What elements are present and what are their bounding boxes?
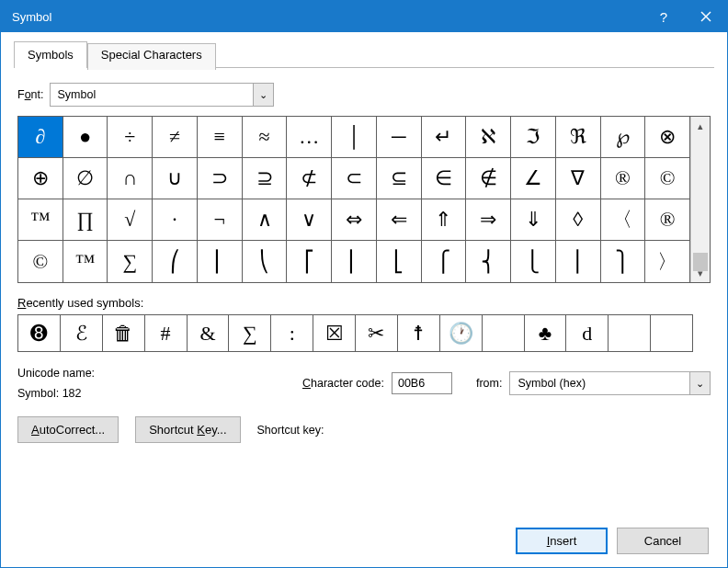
scroll-up-icon[interactable]: ▴ — [691, 117, 710, 135]
chevron-down-icon[interactable]: ⌄ — [253, 84, 273, 106]
symbol-cell[interactable]: ∅ — [63, 158, 108, 199]
shortcut-key-button[interactable]: Shortcut Key... — [135, 416, 240, 443]
tab-strip: Symbols Special Characters — [14, 41, 714, 68]
symbol-cell[interactable]: ≡ — [198, 117, 243, 158]
symbol-cell[interactable]: ◊ — [556, 199, 601, 241]
symbol-cell[interactable]: ⎛ — [153, 241, 198, 282]
close-button[interactable] — [685, 1, 727, 32]
symbol-cell[interactable]: ≠ — [153, 117, 198, 158]
from-dropdown[interactable]: Symbol (hex) ⌄ — [509, 371, 711, 395]
symbol-cell[interactable]: ⎣ — [377, 241, 422, 282]
help-button[interactable]: ? — [643, 1, 685, 32]
symbol-cell[interactable]: ⊂ — [332, 158, 377, 199]
symbol-cell[interactable]: ¬ — [198, 199, 243, 241]
autocorrect-button[interactable]: AutoCorrect... — [17, 416, 119, 443]
font-dropdown[interactable]: Symbol ⌄ — [50, 83, 274, 107]
recent-symbol-cell[interactable]: ℰ — [61, 315, 103, 352]
symbol-cell[interactable]: ≈ — [243, 117, 288, 158]
unicode-name-label: Unicode name: — [17, 367, 293, 380]
symbol-cell[interactable]: ● — [63, 117, 108, 158]
symbol-cell[interactable]: ℜ — [556, 117, 601, 158]
symbol-cell[interactable]: ∩ — [108, 158, 153, 199]
symbol-cell[interactable]: ∪ — [153, 158, 198, 199]
recent-symbol-cell[interactable]: ☒ — [313, 315, 356, 352]
recent-symbols-grid: ➑ℰ🗑#&∑:☒✂☨🕐♣d — [17, 314, 693, 352]
symbol-cell[interactable]: 〈 — [601, 199, 646, 241]
symbol-cell[interactable]: ∈ — [422, 158, 467, 199]
unicode-name-value: Symbol: 182 — [17, 387, 293, 400]
symbol-cell[interactable]: ∏ — [63, 199, 108, 241]
recent-symbol-cell[interactable]: ∑ — [229, 315, 271, 352]
recent-symbol-cell[interactable]: ➑ — [18, 315, 61, 352]
symbol-cell[interactable]: ∇ — [556, 158, 601, 199]
symbol-cell[interactable]: ⎝ — [243, 241, 288, 282]
recent-symbol-cell[interactable]: ☨ — [398, 315, 440, 352]
symbol-cell[interactable]: ∧ — [243, 199, 288, 241]
symbol-cell[interactable]: √ — [108, 199, 153, 241]
symbol-cell[interactable]: ® — [645, 199, 690, 241]
symbol-cell[interactable]: 〉 — [645, 241, 690, 282]
tab-panel-symbols: Font: Symbol ⌄ ∂●÷≠≡≈…│─↵ℵℑℜ℘⊗⊕∅∩∪⊃⊇⊄⊂⊆∈… — [14, 67, 714, 447]
character-code-input[interactable]: 00B6 — [392, 372, 452, 394]
tab-symbols[interactable]: Symbols — [14, 41, 87, 68]
recent-symbol-cell[interactable]: ♣ — [525, 315, 567, 352]
recent-symbol-cell[interactable] — [609, 315, 651, 352]
symbol-cell[interactable]: ℑ — [511, 117, 556, 158]
symbol-cell[interactable]: ⎪ — [556, 241, 601, 282]
symbol-cell[interactable]: ⇓ — [511, 199, 556, 241]
symbol-cell[interactable]: ⊆ — [377, 158, 422, 199]
symbol-cell[interactable]: ™ — [18, 199, 63, 241]
recent-symbol-cell[interactable] — [651, 315, 693, 352]
symbol-cell[interactable]: ⇑ — [422, 199, 467, 241]
symbol-cell[interactable]: ─ — [377, 117, 422, 158]
recent-symbol-cell[interactable]: 🕐 — [440, 315, 483, 352]
symbol-cell[interactable]: ⊇ — [243, 158, 288, 199]
symbol-cell[interactable]: ⎢ — [332, 241, 377, 282]
grid-scrollbar[interactable]: ▴ ▾ — [690, 117, 711, 282]
scroll-track[interactable] — [691, 135, 710, 264]
symbol-cell[interactable]: ∑ — [108, 241, 153, 282]
cancel-button[interactable]: Cancel — [617, 528, 709, 554]
recent-label: Recently used symbols: — [17, 296, 711, 310]
recent-symbol-cell[interactable]: & — [188, 315, 230, 352]
from-dropdown-value: Symbol (hex) — [510, 372, 689, 394]
chevron-down-icon[interactable]: ⌄ — [689, 372, 710, 394]
symbol-cell[interactable]: ⎩ — [511, 241, 556, 282]
insert-button[interactable]: Insert — [516, 528, 608, 554]
symbol-cell[interactable]: · — [153, 199, 198, 241]
symbol-cell[interactable]: © — [645, 158, 690, 199]
symbol-cell[interactable]: ⎨ — [466, 241, 511, 282]
symbol-cell[interactable]: ⇐ — [377, 199, 422, 241]
tab-special-characters[interactable]: Special Characters — [87, 43, 216, 70]
symbol-cell[interactable]: ⊄ — [287, 158, 332, 199]
symbol-cell[interactable]: ⎧ — [422, 241, 467, 282]
recent-symbol-cell[interactable]: # — [145, 315, 188, 352]
recent-symbol-cell[interactable]: : — [271, 315, 313, 352]
symbol-cell[interactable]: ⎫ — [601, 241, 646, 282]
symbol-cell[interactable]: ⎜ — [198, 241, 243, 282]
symbol-cell[interactable]: ⇔ — [332, 199, 377, 241]
symbol-cell[interactable]: │ — [332, 117, 377, 158]
symbol-cell[interactable]: ™ — [63, 241, 108, 282]
symbol-cell[interactable]: © — [18, 241, 63, 282]
symbol-cell[interactable]: ⊃ — [198, 158, 243, 199]
symbol-cell[interactable]: ⊕ — [18, 158, 63, 199]
symbol-cell[interactable]: ∂ — [18, 117, 63, 158]
symbol-cell[interactable]: ∨ — [287, 199, 332, 241]
scroll-thumb[interactable] — [693, 253, 708, 271]
symbol-cell[interactable]: ℵ — [466, 117, 511, 158]
symbol-cell[interactable]: ⇒ — [466, 199, 511, 241]
recent-symbol-cell[interactable]: ✂ — [356, 315, 398, 352]
symbol-cell[interactable]: ⊗ — [645, 117, 690, 158]
symbol-cell[interactable]: ↵ — [422, 117, 467, 158]
recent-symbol-cell[interactable] — [483, 315, 525, 352]
symbol-cell[interactable]: … — [287, 117, 332, 158]
symbol-cell[interactable]: ÷ — [108, 117, 153, 158]
symbol-cell[interactable]: ∉ — [466, 158, 511, 199]
symbol-cell[interactable]: ⎡ — [287, 241, 332, 282]
symbol-cell[interactable]: ® — [601, 158, 646, 199]
recent-symbol-cell[interactable]: d — [566, 315, 609, 352]
recent-symbol-cell[interactable]: 🗑 — [103, 315, 145, 352]
symbol-cell[interactable]: ∠ — [511, 158, 556, 199]
symbol-cell[interactable]: ℘ — [601, 117, 646, 158]
